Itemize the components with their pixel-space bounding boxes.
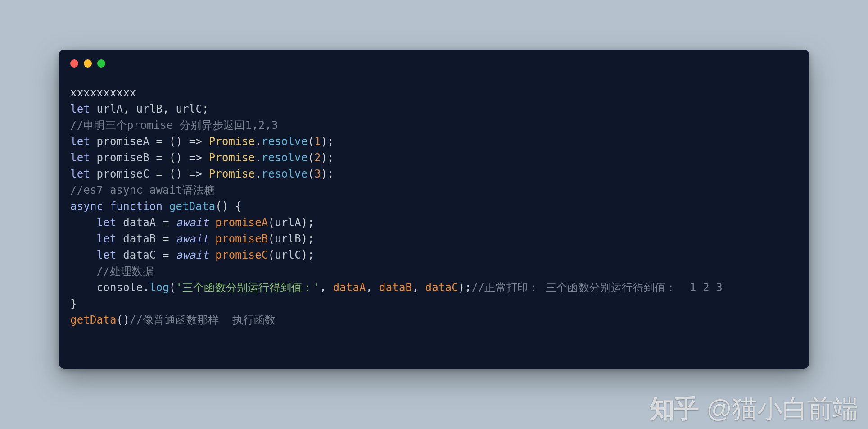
- code-token: dataB: [379, 281, 412, 294]
- code-token: //es7 async await语法糖: [70, 184, 215, 196]
- code-token: [209, 216, 216, 229]
- code-token: await: [176, 249, 208, 261]
- code-token: console: [97, 281, 143, 294]
- code-token: function: [110, 200, 163, 213]
- minimize-icon: [84, 59, 92, 68]
- code-token: (: [169, 281, 176, 294]
- code-token: ,: [123, 103, 136, 115]
- code-token: urlB: [275, 233, 301, 245]
- code-line: getData()//像普通函数那样 执行函数: [70, 312, 798, 328]
- code-token: xxxxxxxxxx: [70, 87, 136, 99]
- code-token: Promise: [209, 168, 255, 180]
- code-token: resolve: [262, 151, 308, 164]
- code-line: let promiseC = () => Promise.resolve(3);: [70, 166, 798, 182]
- code-token: promiseC: [90, 168, 156, 180]
- code-token: = () =>: [156, 168, 208, 180]
- code-token: log: [149, 281, 169, 294]
- code-token: await: [176, 233, 208, 245]
- code-token: =: [163, 233, 176, 245]
- code-card: xxxxxxxxxxlet urlA, urlB, urlC;//申明三个pro…: [59, 50, 809, 369]
- code-line: let dataA = await promiseA(urlA);: [70, 214, 798, 231]
- code-token: );: [458, 281, 471, 294]
- code-token: [70, 281, 97, 294]
- code-token: async: [70, 200, 103, 213]
- code-token: (: [307, 168, 314, 180]
- code-line: let dataB = await promiseB(urlB);: [70, 231, 798, 247]
- code-token: ,: [163, 103, 176, 115]
- code-token: (: [268, 249, 275, 261]
- code-token: //申明三个promise 分别异步返回1,2,3: [70, 119, 278, 132]
- code-token: //像普通函数那样 执行函数: [130, 314, 276, 326]
- code-token: promiseA: [215, 216, 268, 229]
- code-token: getData: [169, 200, 216, 213]
- code-token: );: [301, 233, 314, 245]
- code-token: );: [301, 216, 314, 229]
- code-token: ;: [202, 103, 209, 115]
- code-line: console.log('三个函数分别运行得到值：', dataA, dataB…: [70, 279, 798, 296]
- code-token: =: [163, 216, 176, 229]
- code-token: urlB: [136, 103, 163, 115]
- code-token: .: [255, 168, 262, 180]
- code-line: let promiseA = () => Promise.resolve(1);: [70, 133, 798, 150]
- code-token: );: [321, 168, 334, 180]
- code-line: //es7 async await语法糖: [70, 182, 798, 198]
- code-token: await: [176, 216, 208, 229]
- code-line: xxxxxxxxxx: [70, 85, 798, 101]
- code-token: dataC: [425, 281, 458, 294]
- code-token: [70, 216, 97, 229]
- code-token: Promise: [209, 151, 255, 164]
- code-token: ,: [412, 281, 425, 294]
- code-token: urlC: [275, 249, 301, 261]
- watermark: 知乎 @猫小白前端: [650, 392, 858, 426]
- code-token: );: [321, 135, 334, 148]
- code-token: (: [307, 151, 314, 164]
- code-line: //处理数据: [70, 263, 798, 279]
- zhihu-logo-text: 知乎: [650, 392, 698, 426]
- page-stage: xxxxxxxxxxlet urlA, urlB, urlC;//申明三个pro…: [0, 0, 868, 429]
- code-token: promiseC: [215, 249, 268, 261]
- code-token: [70, 249, 97, 261]
- code-token: (): [117, 314, 130, 326]
- code-token: dataB: [117, 233, 163, 245]
- code-token: (: [268, 216, 275, 229]
- code-token: = () =>: [156, 151, 208, 164]
- code-token: let: [97, 216, 117, 229]
- code-token: ,: [366, 281, 379, 294]
- code-token: );: [321, 151, 334, 164]
- window-traffic-lights: [70, 59, 105, 68]
- code-token: promiseB: [215, 233, 268, 245]
- code-token: [70, 233, 97, 245]
- code-token: let: [70, 103, 90, 115]
- code-token: let: [70, 135, 90, 148]
- code-token: [70, 265, 97, 278]
- code-line: let promiseB = () => Promise.resolve(2);: [70, 150, 798, 166]
- code-token: [209, 233, 216, 245]
- code-token: resolve: [262, 135, 308, 148]
- code-token: let: [70, 151, 90, 164]
- code-token: dataA: [333, 281, 366, 294]
- zoom-icon: [97, 59, 105, 68]
- code-token: 3: [314, 168, 321, 180]
- code-token: }: [70, 297, 77, 310]
- code-token: dataC: [117, 249, 163, 261]
- code-token: //处理数据: [97, 265, 154, 278]
- code-token: () {: [215, 200, 242, 213]
- watermark-handle: @猫小白前端: [706, 392, 858, 426]
- code-token: '三个函数分别运行得到值：': [176, 281, 320, 294]
- code-line: //申明三个promise 分别异步返回1,2,3: [70, 117, 798, 133]
- code-token: .: [255, 151, 262, 164]
- code-token: let: [97, 233, 117, 245]
- close-icon: [70, 59, 78, 68]
- code-token: 1: [314, 135, 321, 148]
- code-token: = () =>: [156, 135, 208, 148]
- code-line: }: [70, 296, 798, 312]
- code-token: Promise: [209, 135, 255, 148]
- code-token: promiseB: [90, 151, 156, 164]
- code-token: [163, 200, 169, 213]
- code-token: urlA: [90, 103, 123, 115]
- code-line: let dataC = await promiseC(urlC);: [70, 247, 798, 263]
- code-token: let: [70, 168, 90, 180]
- code-token: (: [268, 233, 275, 245]
- code-token: 2: [314, 151, 321, 164]
- code-token: .: [143, 281, 149, 294]
